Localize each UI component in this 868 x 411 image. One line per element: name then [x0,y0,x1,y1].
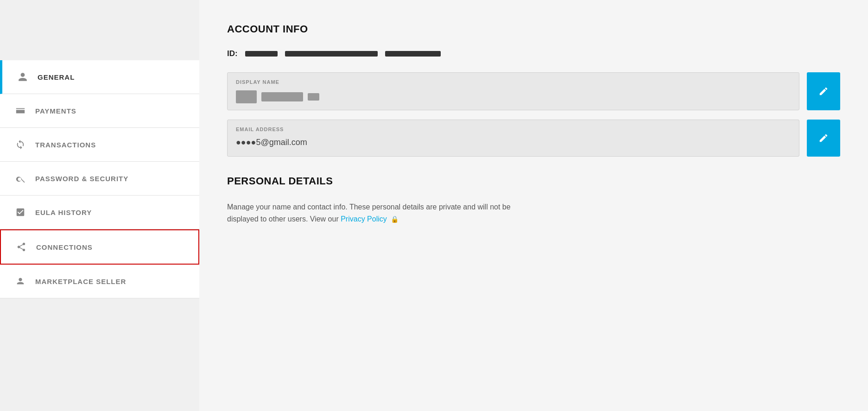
display-name-row: DISPLAY NAME [227,72,840,110]
sidebar-item-general[interactable]: GENERAL [0,60,199,94]
sidebar-item-label-connections: CONNECTIONS [36,243,93,251]
email-row: EMAIL ADDRESS ●●●●5@gmail.com [227,120,840,157]
id-row: ID: [227,49,840,58]
marketplace-icon [14,275,27,288]
sidebar-item-label-marketplace: MARKETPLACE SELLER [35,278,126,285]
edit-display-name-button[interactable] [807,72,840,110]
display-name-value-blocks [236,90,791,103]
sidebar-item-label-transactions: TRANSACTIONS [35,141,96,149]
sidebar: GENERAL PAYMENTS TRANSACTIONS PASSWORD &… [0,0,199,411]
id-label: ID: [227,49,238,58]
sidebar-item-label-password: PASSWORD & SECURITY [35,175,128,183]
sidebar-item-password-security[interactable]: PASSWORD & SECURITY [0,162,199,196]
lock-icon: 🔒 [391,214,399,224]
display-name-label: DISPLAY NAME [236,79,791,85]
personal-details-desc: Manage your name and contact info. These… [227,201,514,225]
display-name-field: DISPLAY NAME [227,72,799,110]
sidebar-item-eula-history[interactable]: EULA HISTORY [0,196,199,229]
display-name-block-2 [261,92,303,101]
eula-icon [14,206,27,219]
sidebar-item-marketplace-seller[interactable]: MARKETPLACE SELLER [0,265,199,298]
email-field: EMAIL ADDRESS ●●●●5@gmail.com [227,120,799,157]
edit-email-button[interactable] [807,120,840,157]
personal-details-title: PERSONAL DETAILS [227,175,840,187]
account-info-title: ACCOUNT INFO [227,23,840,35]
sidebar-item-label-eula: EULA HISTORY [35,209,92,216]
id-block-1 [245,51,278,57]
connections-icon [15,240,28,253]
sidebar-item-label-payments: PAYMENTS [35,107,76,115]
key-icon [14,172,27,185]
id-block-3 [385,51,441,57]
sidebar-item-label-general: GENERAL [38,73,75,81]
transactions-icon [14,138,27,151]
main-content: ACCOUNT INFO ID: DISPLAY NAME EMAIL ADDR… [199,0,868,411]
sidebar-item-transactions[interactable]: TRANSACTIONS [0,128,199,162]
pencil-icon [818,86,829,96]
person-icon [16,70,29,83]
email-value: ●●●●5@gmail.com [236,138,791,147]
personal-details-section: PERSONAL DETAILS Manage your name and co… [227,175,840,225]
sidebar-item-connections[interactable]: CONNECTIONS [0,229,199,265]
payments-icon [14,104,27,117]
email-label: EMAIL ADDRESS [236,126,791,132]
sidebar-item-payments[interactable]: PAYMENTS [0,94,199,128]
id-block-2 [285,51,378,57]
display-name-block-1 [236,90,257,103]
display-name-block-3 [308,93,319,101]
pencil-edit-icon [818,133,829,143]
privacy-policy-link[interactable]: Privacy Policy [341,215,387,223]
